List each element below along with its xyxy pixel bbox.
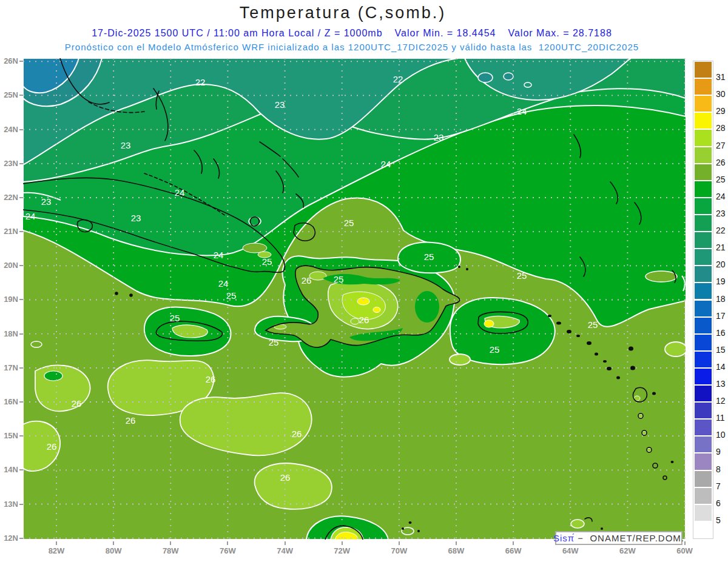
temperature-shading (23, 58, 686, 540)
contour-label-24: 24 (218, 278, 229, 289)
lat-tick (19, 504, 23, 505)
lat-label-16N: 16N (0, 397, 18, 406)
contour-label-25: 25 (170, 313, 180, 323)
lat-label-13N: 13N (0, 500, 18, 509)
contour-label-24: 24 (25, 211, 36, 221)
contour-label-23: 23 (434, 132, 444, 142)
lat-tick (19, 469, 23, 470)
lon-label-76W: 76W (214, 546, 241, 555)
colorbar-label-31: 31 (716, 72, 728, 82)
colorbar-label-15: 15 (716, 345, 728, 355)
lat-label-14N: 14N (0, 465, 18, 474)
subtitle-model: Pronóstico con el Modelo Atmósferico WRF… (0, 42, 704, 52)
colorbar-segment (694, 147, 712, 164)
lon-label-80W: 80W (100, 546, 127, 555)
lat-label-19N: 19N (0, 295, 18, 304)
page-title: Temperatura (C,somb.) (0, 4, 686, 22)
contour-label-25: 25 (424, 252, 434, 262)
lat-label-24N: 24N (0, 125, 18, 134)
lon-tick (285, 541, 286, 545)
colorbar-label-11: 11 (716, 413, 728, 423)
lon-label-60W: 60W (672, 546, 698, 555)
contour-label-26: 26 (302, 275, 312, 286)
colorbar-segment (694, 521, 712, 538)
lon-label-74W: 74W (272, 546, 298, 555)
colorbar-label-10: 10 (716, 430, 728, 440)
contour-label-25: 25 (334, 274, 344, 284)
weather-map-page: Temperatura (C,somb.) 17-Dic-2025 1500 U… (0, 0, 728, 562)
lon-label-70W: 70W (386, 546, 413, 555)
contour-label-26: 26 (126, 415, 136, 426)
lat-tick (19, 435, 23, 437)
contour-label-25: 25 (226, 290, 237, 301)
datetime-text: 17-Dic-2025 1500 UTC / 11:00 am Hora Loc… (92, 28, 382, 38)
colorbar-segment (694, 436, 712, 453)
colorbar-label-28: 28 (716, 123, 728, 133)
colorbar-segment (694, 249, 712, 266)
colorbar-label-23: 23 (716, 209, 728, 218)
lon-tick (399, 541, 400, 545)
colorbar-segment (694, 385, 712, 402)
contour-label-25: 25 (517, 270, 527, 281)
lon-tick (513, 541, 514, 545)
lat-tick (19, 163, 23, 164)
contour-label-24: 24 (517, 106, 527, 116)
lon-tick (113, 541, 114, 545)
colorbar-label-24: 24 (716, 192, 728, 201)
colorbar-label-5: 5 (716, 515, 728, 525)
lon-label-62W: 62W (614, 546, 641, 555)
colorbar-segment (694, 317, 712, 334)
contour-label-26: 26 (47, 441, 57, 452)
colorbar-segment (694, 266, 712, 283)
colorbar-segment (694, 453, 712, 470)
contour-label-22: 22 (195, 77, 206, 87)
lon-label-66W: 66W (500, 546, 527, 555)
colorbar-label-19: 19 (716, 276, 728, 286)
subtitle-datetime-minmax: 17-Dic-2025 1500 UTC / 11:00 am Hora Loc… (0, 28, 704, 39)
lat-tick (19, 401, 23, 403)
onamet-credit: − ONAMET/REP.DOM. (575, 533, 684, 543)
colorbar-segment (694, 419, 712, 436)
colorbar-segment (694, 95, 712, 112)
colorbar-segment (694, 112, 712, 129)
colorbar-label-9: 9 (716, 447, 728, 457)
colorbar-label-27: 27 (716, 141, 728, 150)
contour-label-22: 22 (393, 74, 403, 84)
lon-tick (56, 541, 57, 545)
colorbar-label-16: 16 (716, 328, 728, 338)
contour-label-26: 26 (292, 429, 302, 439)
colorbar-label-26: 26 (716, 158, 728, 167)
lat-label-15N: 15N (0, 431, 18, 440)
lon-label-72W: 72W (329, 546, 356, 555)
valor-max-text: Valor Max. = 28.7188 (508, 28, 612, 38)
lat-tick (19, 333, 23, 335)
lat-tick (19, 367, 23, 369)
colorbar-segment (694, 283, 712, 299)
contour-label-24: 24 (175, 187, 185, 198)
colorbar-segment (694, 78, 712, 95)
colorbar-label-22: 22 (716, 226, 728, 235)
colorbar-label-25: 25 (716, 175, 728, 184)
contour-label-25: 25 (490, 344, 500, 355)
lat-label-12N: 12N (0, 534, 18, 543)
lon-label-68W: 68W (443, 546, 470, 555)
lon-tick (456, 541, 457, 545)
valor-min-text: Valor Min. = 18.4454 (395, 28, 496, 38)
lon-label-78W: 78W (157, 546, 184, 555)
lat-tick (19, 95, 23, 96)
colorbar-label-17: 17 (716, 311, 728, 321)
colorbar-segment (694, 61, 712, 78)
contour-label-25: 25 (344, 218, 354, 228)
colorbar-segment (694, 129, 712, 146)
contour-label-23: 23 (275, 99, 285, 110)
lat-tick (19, 299, 23, 300)
lat-label-20N: 20N (0, 261, 18, 270)
lat-tick (19, 61, 23, 62)
colorbar-label-13: 13 (716, 379, 728, 389)
colorbar-segment (694, 504, 712, 521)
colorbar-segment (694, 487, 712, 504)
colorbar-label-8: 8 (716, 464, 728, 474)
temperature-map: 2222232323232324242424242425252525252525… (23, 58, 686, 540)
colorbar-label-30: 30 (716, 89, 728, 99)
lat-label-23N: 23N (0, 159, 18, 168)
